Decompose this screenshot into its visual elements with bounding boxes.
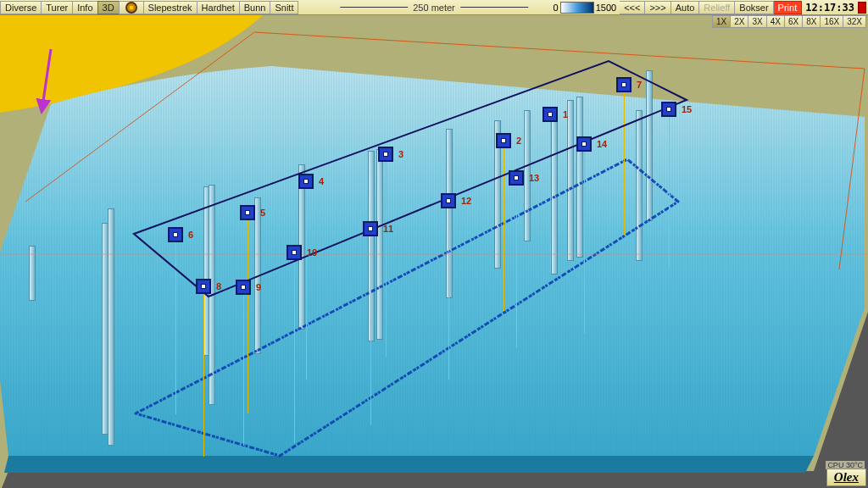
marker-center-icon: [514, 175, 519, 180]
menu-info[interactable]: Info: [72, 1, 97, 14]
marker-dropline: [370, 236, 371, 425]
sonar-pillar: [209, 185, 215, 405]
sonar-pillar: [368, 151, 375, 341]
zoom-32X[interactable]: 32X: [843, 15, 866, 28]
menu-3d[interactable]: 3D: [97, 1, 119, 14]
menu-slepestrek[interactable]: Slepestrek: [143, 1, 197, 14]
nav-print[interactable]: Print: [774, 1, 803, 14]
sonar-pillar: [108, 208, 114, 446]
zoom-8X[interactable]: 8X: [803, 15, 821, 28]
zoom-3X[interactable]: 3X: [748, 15, 766, 28]
marker-center-icon: [173, 232, 178, 237]
marker-dropline: [294, 260, 295, 443]
marker-label: 2: [516, 136, 521, 146]
compass-icon: [125, 2, 137, 14]
menu-left: Diverse Turer Info 3D Slepestrek Hardhet…: [0, 1, 298, 14]
survey-marker-12[interactable]: 12: [441, 193, 456, 208]
compass-button[interactable]: [119, 1, 143, 14]
survey-marker-11[interactable]: 11: [363, 221, 378, 236]
marker-dropline: [203, 294, 204, 457]
zoom-16X[interactable]: 16X: [821, 15, 843, 28]
marker-center-icon: [621, 82, 626, 87]
nav-relieff[interactable]: Relieff: [699, 1, 735, 14]
marker-center-icon: [292, 250, 297, 255]
marker-label: 10: [307, 247, 317, 258]
survey-marker-8[interactable]: 8: [196, 279, 211, 294]
survey-marker-6[interactable]: 6: [168, 227, 183, 242]
zoom-6X[interactable]: 6X: [785, 15, 803, 28]
marker-center-icon: [581, 141, 587, 147]
marker-center-icon: [245, 210, 250, 215]
marker-dropline: [243, 295, 244, 446]
marker-label: 9: [256, 282, 261, 292]
zoom-4X[interactable]: 4X: [767, 15, 785, 28]
depth-scale: 0 1500: [554, 2, 617, 14]
marker-center-icon: [383, 152, 388, 157]
marker-label: 11: [383, 224, 393, 234]
sonar-pillar: [446, 129, 453, 298]
menu-hardhet[interactable]: Hardhet: [197, 1, 239, 14]
marker-center-icon: [446, 198, 451, 203]
marker-center-icon: [241, 285, 246, 290]
depth-min: 0: [554, 3, 559, 13]
clock: 12:17:33: [802, 2, 858, 14]
marker-dropline: [175, 242, 176, 414]
sonar-pillar: [576, 97, 583, 258]
marker-dropline: [504, 148, 504, 311]
viewport-3d[interactable]: 123456789101112131415 CPU 30°C Olex: [0, 15, 868, 488]
marker-label: 4: [319, 176, 324, 186]
marker-label: 5: [260, 208, 265, 218]
survey-marker-1[interactable]: 1: [542, 107, 558, 122]
survey-marker-2[interactable]: 2: [496, 133, 511, 148]
zoom-1X[interactable]: 1X: [712, 15, 731, 28]
marker-center-icon: [303, 179, 309, 184]
depth-max: 1500: [596, 3, 616, 13]
sonar-pillar: [646, 70, 653, 221]
menu-bunn[interactable]: Bunn: [239, 1, 270, 14]
zoom-2X[interactable]: 2X: [731, 15, 748, 28]
marker-label: 3: [398, 149, 403, 159]
zoom-bar: 1X2X3X4X6X8X16X32X: [712, 15, 866, 28]
nav-next[interactable]: >>>: [645, 1, 670, 14]
marker-dropline: [516, 186, 517, 348]
marker-dropline: [448, 208, 449, 380]
survey-marker-14[interactable]: 14: [576, 136, 592, 152]
survey-marker-13[interactable]: 13: [509, 170, 524, 186]
bathymetry: [0, 15, 868, 488]
scale-label: 250 meter: [413, 3, 455, 13]
survey-marker-15[interactable]: 15: [661, 102, 676, 117]
survey-marker-5[interactable]: 5: [240, 205, 255, 220]
sonar-pillar: [376, 149, 383, 340]
sonar-pillar: [29, 246, 36, 301]
sonar-pillar: [551, 114, 558, 274]
scale-indicator: 250 meter: [340, 3, 528, 13]
marker-label: 1: [563, 109, 568, 119]
marker-dropline: [306, 189, 307, 380]
marker-dropline: [386, 162, 387, 357]
survey-marker-4[interactable]: 4: [298, 174, 314, 189]
nav-bokser[interactable]: Bokser: [735, 1, 773, 14]
svg-line-0: [42, 49, 51, 107]
marker-dropline: [248, 220, 248, 413]
marker-dropline: [624, 92, 625, 235]
nav-prev[interactable]: <<<: [620, 1, 645, 14]
marker-center-icon: [201, 284, 206, 289]
menu-right: 0 1500 <<< >>> Auto Relieff Bokser Print…: [554, 1, 866, 14]
depth-gradient[interactable]: [560, 2, 594, 14]
menu-snitt[interactable]: Snitt: [270, 1, 298, 14]
marker-label: 14: [597, 139, 607, 149]
nav-auto[interactable]: Auto: [671, 1, 700, 14]
sonar-pillar: [636, 110, 643, 261]
sonar-pillar: [254, 197, 261, 354]
record-toggle[interactable]: [858, 2, 866, 14]
survey-marker-10[interactable]: 10: [287, 245, 302, 260]
app-logo[interactable]: Olex: [826, 469, 866, 486]
marker-label: 15: [682, 104, 692, 114]
menu-diverse[interactable]: Diverse: [0, 1, 41, 14]
marker-center-icon: [666, 107, 671, 112]
survey-marker-9[interactable]: 9: [236, 280, 251, 295]
survey-marker-7[interactable]: 7: [616, 77, 632, 92]
menu-turer[interactable]: Turer: [41, 1, 72, 14]
survey-marker-3[interactable]: 3: [378, 147, 393, 162]
top-toolbar: Diverse Turer Info 3D Slepestrek Hardhet…: [0, 0, 868, 15]
